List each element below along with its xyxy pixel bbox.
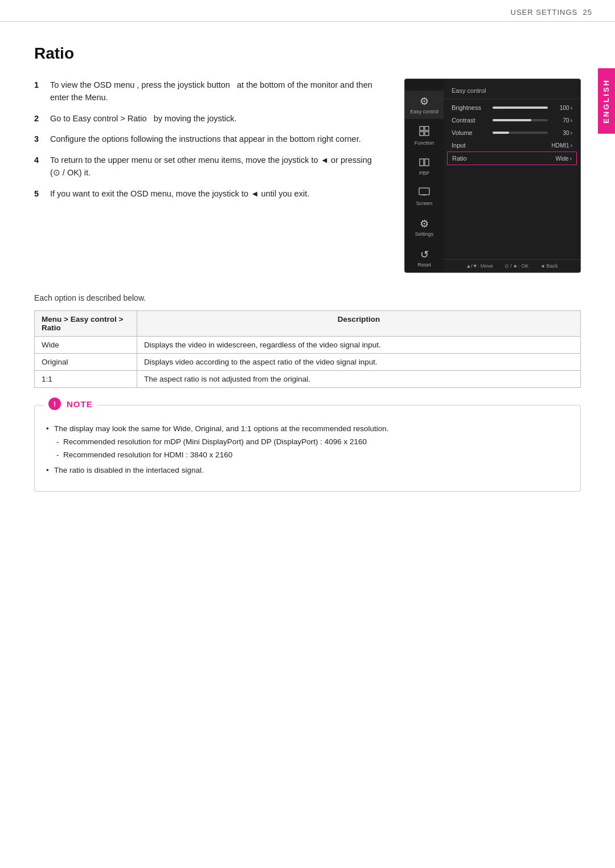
header-label: USER SETTINGS 25 xyxy=(511,8,592,17)
svg-rect-2 xyxy=(420,132,424,136)
volume-fill xyxy=(493,132,509,134)
osd-ratio-row[interactable]: Ratio Wide › xyxy=(447,152,577,165)
contrast-label: Contrast xyxy=(452,117,488,124)
brightness-arrow: › xyxy=(571,105,572,111)
brightness-value: 100 xyxy=(552,105,569,111)
table-cell-option: 1:1 xyxy=(35,371,137,388)
function-icon xyxy=(419,126,429,139)
osd-sidebar-item-screen[interactable]: Screen xyxy=(405,183,444,211)
note-icon: ! xyxy=(48,398,61,410)
table-cell-option: Wide xyxy=(35,337,137,354)
svg-rect-3 xyxy=(425,132,429,136)
brightness-label: Brightness xyxy=(452,104,488,111)
contrast-value: 70 xyxy=(552,117,569,124)
volume-label: Volume xyxy=(452,129,488,136)
brightness-bar xyxy=(493,107,547,109)
contrast-arrow: › xyxy=(571,117,572,124)
osd-sidebar-item-function[interactable]: Function xyxy=(405,121,444,150)
table-section: Each option is described below. Menu > E… xyxy=(34,293,581,388)
footer-ok: ⊙ / ►: OK xyxy=(505,263,528,269)
pbp-label: PBP xyxy=(419,170,429,176)
screen-label: Screen xyxy=(416,200,433,206)
volume-bar xyxy=(493,132,547,134)
ratio-label: Ratio xyxy=(452,155,492,162)
contrast-bar xyxy=(493,119,547,121)
each-option-text: Each option is described below. xyxy=(34,293,581,302)
input-label: Input xyxy=(452,142,491,149)
osd-panel-title: Easy control xyxy=(444,85,580,99)
note-bullet: The ratio is disabled in the interlaced … xyxy=(46,464,567,477)
list-item: 1 To view the OSD menu , press the joyst… xyxy=(34,79,382,104)
list-item: 2 Go to Easy control > Ratio by moving t… xyxy=(34,112,382,125)
table-row: WideDisplays the video in widescreen, re… xyxy=(35,337,581,354)
osd-mockup: ⚙ Easy control xyxy=(404,79,581,273)
table-cell-description: Displays the video in widescreen, regard… xyxy=(137,337,581,354)
instruction-list: 1 To view the OSD menu , press the joyst… xyxy=(34,79,382,200)
osd-sidebar-item-easycontrol[interactable]: ⚙ Easy control xyxy=(405,91,444,119)
language-tab: ENGLISH xyxy=(598,68,615,134)
settings-icon: ⚙ xyxy=(420,218,429,230)
function-label: Function xyxy=(415,140,434,146)
reset-label: Reset xyxy=(417,262,431,268)
svg-rect-4 xyxy=(420,159,424,166)
instructions-col: 1 To view the OSD menu , press the joyst… xyxy=(34,79,382,273)
osd-sidebar-item-pbp[interactable]: PBP xyxy=(405,153,444,181)
col1-header: Menu > Easy control > Ratio xyxy=(35,311,137,337)
easy-control-icon: ⚙ xyxy=(420,95,429,108)
svg-rect-6 xyxy=(419,188,429,195)
osd-sidebar-item-settings[interactable]: ⚙ Settings xyxy=(405,213,444,241)
osd-volume-row[interactable]: Volume 30 › xyxy=(444,126,580,139)
svg-rect-5 xyxy=(425,159,429,166)
two-column-layout: 1 To view the OSD menu , press the joyst… xyxy=(34,79,581,273)
table-row: OriginalDisplays video according to the … xyxy=(35,354,581,371)
osd-input-row[interactable]: Input HDMI1 › xyxy=(444,139,580,152)
easy-control-label: Easy control xyxy=(410,109,438,114)
contrast-fill xyxy=(493,119,531,121)
footer-move: ▲/▼: Move xyxy=(466,263,493,269)
osd-sidebar-item-reset[interactable]: ↺ Reset xyxy=(405,244,444,272)
ratio-table: Menu > Easy control > Ratio Description … xyxy=(34,310,581,388)
main-content: Ratio 1 To view the OSD menu , press the… xyxy=(0,22,615,514)
note-sub-item: Recommended resolution for mDP (Mini Dis… xyxy=(54,436,567,449)
svg-rect-1 xyxy=(425,126,429,130)
note-sub-item: Recommended resolution for HDMI : 3840 x… xyxy=(54,449,567,462)
osd-panel: Easy control Brightness 100 › xyxy=(444,79,580,272)
input-arrow: › xyxy=(571,142,572,149)
note-header: ! NOTE xyxy=(44,398,97,410)
table-cell-description: The aspect ratio is not adjusted from th… xyxy=(137,371,581,388)
settings-label: Settings xyxy=(415,231,434,237)
osd-brightness-row[interactable]: Brightness 100 › xyxy=(444,101,580,114)
ratio-value: Wide xyxy=(552,155,569,162)
pbp-icon xyxy=(419,157,429,169)
note-title: NOTE xyxy=(67,399,93,409)
reset-icon: ↺ xyxy=(420,248,429,261)
osd-contrast-row[interactable]: Contrast 70 › xyxy=(444,114,580,126)
page-header: USER SETTINGS 25 xyxy=(0,0,615,22)
table-header-row: Menu > Easy control > Ratio Description xyxy=(35,311,581,337)
input-value: HDMI1 xyxy=(552,142,569,149)
osd-inner: ⚙ Easy control xyxy=(405,79,580,272)
svg-rect-0 xyxy=(420,126,424,130)
col2-header: Description xyxy=(137,311,581,337)
ratio-arrow: › xyxy=(570,155,572,162)
note-box: ! NOTE The display may look the same for… xyxy=(34,405,581,492)
osd-sidebar: ⚙ Easy control xyxy=(405,79,444,272)
note-list: The display may look the same for Wide, … xyxy=(46,423,567,477)
volume-value: 30 xyxy=(552,130,569,136)
footer-back: ◄ Back xyxy=(540,263,557,269)
list-item: 3 Configure the options following the in… xyxy=(34,133,382,145)
table-cell-description: Displays video according to the aspect r… xyxy=(137,354,581,371)
section-title: Ratio xyxy=(34,44,581,63)
table-row: 1:1The aspect ratio is not adjusted from… xyxy=(35,371,581,388)
list-item: 4 To return to the upper menu or set oth… xyxy=(34,154,382,179)
table-cell-option: Original xyxy=(35,354,137,371)
brightness-fill xyxy=(493,107,547,109)
note-bullet: The display may look the same for Wide, … xyxy=(46,423,567,462)
list-item: 5 If you want to exit the OSD menu, move… xyxy=(34,187,382,200)
volume-arrow: › xyxy=(571,130,572,136)
osd-footer: ▲/▼: Move ⊙ / ►: OK ◄ Back xyxy=(444,259,580,272)
screen-icon xyxy=(419,187,430,199)
osd-mockup-col: ⚙ Easy control xyxy=(404,79,581,273)
note-content: The display may look the same for Wide, … xyxy=(46,423,567,477)
